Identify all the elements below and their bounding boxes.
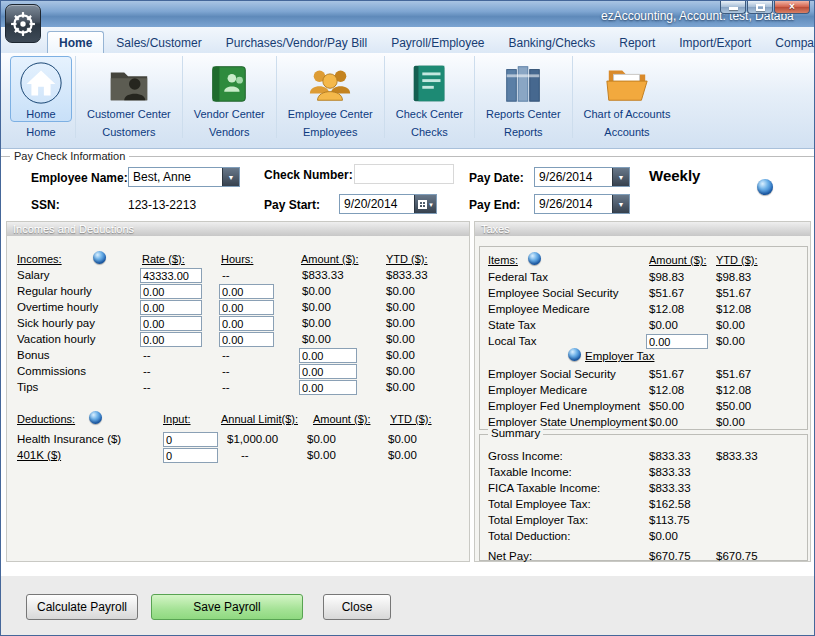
pay-date-select[interactable]: 9/26/2014 ▼ (534, 167, 630, 187)
tab-label: Company (775, 36, 815, 50)
tax-employer-fed-unemployment-ytd: $50.00 (716, 400, 751, 412)
maximize-icon (756, 4, 765, 11)
summary-box: Summary Gross Income:$833.33$833.33Taxab… (479, 434, 808, 561)
tab-purchases-vendor-pay-bill[interactable]: Purchases/Vendor/Pay Bill (214, 31, 379, 53)
summary-net-pay-ytd: $670.75 (716, 550, 758, 562)
chevron-down-icon[interactable]: ▼ (612, 168, 629, 186)
income-regular-hourly-ytd: $0.00 (386, 285, 415, 297)
income-overtime-hourly-amount: $0.00 (302, 301, 331, 313)
ytd-header: YTD ($): (386, 253, 428, 265)
income-vacation-hourly-hours-input[interactable] (219, 332, 274, 347)
incomes-deductions-panel: Incomes and Deductions Incomes: Rate ($)… (6, 221, 470, 562)
vendor-center-icon (206, 60, 252, 106)
income-commissions-label: Commissions (17, 365, 86, 377)
tab-home[interactable]: Home (47, 31, 104, 53)
taxes-panel-header: Taxes (475, 222, 810, 236)
tax-local-tax-amount-input[interactable] (646, 334, 708, 349)
tab-label: Payroll/Employee (391, 36, 484, 50)
paycheck-section-title: Pay Check Information (10, 150, 129, 162)
toolbar-item-vendor-center[interactable]: Vendor CenterVendors (182, 56, 276, 138)
toolbar-item-sublabel: Checks (411, 126, 448, 138)
input-header: Input: (163, 413, 191, 425)
income-salary-hours: -- (222, 269, 230, 281)
income-regular-hourly-hours-input[interactable] (219, 284, 274, 299)
deduction-health-insurance-limit: $1,000.00 (227, 433, 278, 445)
income-overtime-hourly-hours-input[interactable] (219, 300, 274, 315)
incomes-header: Incomes: (17, 253, 62, 265)
help-globe-icon[interactable] (528, 252, 541, 265)
chevron-down-icon[interactable]: ▼ (222, 168, 239, 186)
tax-employer-medicare-ytd: $12.08 (716, 384, 751, 396)
pay-start-value: 9/20/2014 (340, 197, 414, 211)
income-salary-label: Salary (17, 269, 50, 281)
tax-employer-state-unemployment-amount: $0.00 (649, 416, 678, 428)
minimize-button[interactable] (720, 1, 746, 14)
toolbar-item-employee-center[interactable]: Employee CenterEmployees (276, 56, 384, 138)
help-globe-icon[interactable] (568, 348, 581, 361)
income-regular-hourly-amount: $0.00 (302, 285, 331, 297)
income-vacation-hourly-rate-input[interactable] (140, 332, 202, 347)
employee-name-select[interactable]: Best, Anne ▼ (128, 167, 240, 187)
deduction-401k-input[interactable] (163, 448, 218, 463)
save-payroll-button[interactable]: Save Payroll (151, 594, 303, 620)
tab-report[interactable]: Report (607, 31, 667, 53)
close-button[interactable]: × (774, 1, 810, 14)
tab-import-export[interactable]: Import/Export (667, 31, 763, 53)
maximize-button[interactable] (747, 1, 773, 14)
tax-employer-fed-unemployment-label: Employer Fed Unemployment (488, 400, 640, 412)
tab-sales-customer[interactable]: Sales/Customer (104, 31, 213, 53)
calculate-payroll-button[interactable]: Calculate Payroll (26, 594, 138, 620)
summary-total-deduction-label: Total Deduction: (488, 530, 570, 542)
toolbar-item-sublabel: Reports (504, 126, 543, 138)
tab-banking-checks[interactable]: Banking/Checks (497, 31, 608, 53)
toolbar-button: Check Center (388, 56, 471, 122)
toolbar-item-home[interactable]: HomeHome (7, 56, 75, 138)
toolbar-item-check-center[interactable]: Check CenterChecks (384, 56, 474, 138)
deduction-401k-amount: $0.00 (307, 449, 336, 461)
income-overtime-hourly-rate-input[interactable] (140, 300, 202, 315)
chevron-down-icon[interactable]: ▼ (612, 195, 629, 213)
income-salary-rate-input[interactable] (140, 268, 202, 283)
amount-header: Amount ($): (649, 254, 706, 266)
toolbar-item-customer-center[interactable]: Customer CenterCustomers (75, 56, 182, 138)
income-commissions-amount-input[interactable] (299, 364, 357, 379)
toolbar-button: Vendor Center (186, 56, 273, 122)
income-regular-hourly-rate-input[interactable] (140, 284, 202, 299)
summary-total-deduction-amount: $0.00 (649, 530, 678, 542)
summary-net-pay-label: Net Pay: (488, 550, 532, 562)
income-bonus-label: Bonus (17, 349, 50, 361)
tab-label: Banking/Checks (509, 36, 596, 50)
income-tips-label: Tips (17, 381, 38, 393)
chart-of-accounts-icon (604, 60, 650, 106)
tax-employee-social-security-amount: $51.67 (649, 287, 684, 299)
income-sick-hourly-pay-rate-input[interactable] (140, 316, 202, 331)
tab-payroll-employee[interactable]: Payroll/Employee (379, 31, 496, 53)
close-dialog-button[interactable]: Close (323, 594, 391, 620)
ytd-header: YTD ($): (390, 413, 432, 425)
income-sick-hourly-pay-hours-input[interactable] (219, 316, 274, 331)
deduction-health-insurance-input[interactable] (163, 432, 218, 447)
summary-total-employer-tax-label: Total Employer Tax: (488, 514, 588, 526)
tax-state-tax-amount: $0.00 (649, 319, 678, 331)
check-number-input[interactable] (354, 164, 454, 184)
menu-tabs: HomeSales/CustomerPurchases/Vendor/Pay B… (1, 27, 815, 53)
toolbar-button: Chart of Accounts (576, 56, 679, 122)
help-globe-icon[interactable] (93, 251, 106, 264)
tax-federal-tax-amount: $98.83 (649, 271, 684, 283)
income-sick-hourly-pay-amount: $0.00 (302, 317, 331, 329)
income-tips-amount-input[interactable] (299, 380, 357, 395)
pay-end-select[interactable]: 9/26/2014 ▼ (534, 194, 630, 214)
income-salary-ytd: $833.33 (386, 269, 428, 281)
help-globe-icon[interactable] (89, 411, 102, 424)
income-tips-hours: -- (222, 381, 230, 393)
toolbar-item-reports-center[interactable]: Reports CenterReports (474, 56, 572, 138)
tab-company[interactable]: Company (763, 31, 815, 53)
app-menu-button[interactable] (5, 4, 41, 43)
tax-employer-medicare-label: Employer Medicare (488, 384, 587, 396)
pay-start-datepicker[interactable]: 9/20/2014 ▾ (339, 194, 437, 214)
tax-employee-social-security-ytd: $51.67 (716, 287, 751, 299)
income-bonus-amount-input[interactable] (299, 348, 357, 363)
toolbar-item-chart-of-accounts[interactable]: Chart of AccountsAccounts (572, 56, 682, 138)
help-globe-icon[interactable] (757, 179, 773, 195)
calendar-icon[interactable]: ▾ (414, 195, 436, 213)
